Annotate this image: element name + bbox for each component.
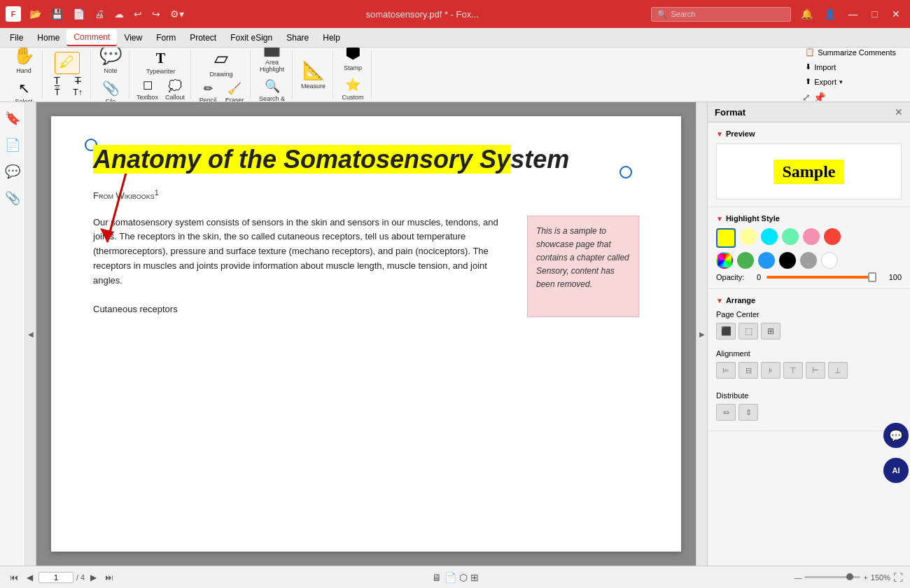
close-button[interactable]: ✕ (888, 7, 904, 21)
text-underline-button[interactable]: T̲ (47, 74, 66, 87)
stamp-tool-button[interactable]: ⬢ Stamp (337, 48, 368, 74)
selection-handle-br[interactable] (620, 166, 632, 178)
highlight-color-pink[interactable] (803, 228, 820, 245)
highlight-color-rainbow[interactable] (716, 252, 733, 269)
arrange-section-header[interactable]: ▼ Arrange (716, 296, 902, 304)
textbox-tool-button[interactable]: ☐ Textbox (134, 78, 161, 102)
format-panel-close-button[interactable]: ✕ (895, 106, 903, 118)
attachment-sidebar-icon[interactable]: 📎 (2, 188, 23, 209)
open-icon[interactable]: 📂 (27, 7, 44, 21)
note-tool-button[interactable]: 💬 Note (95, 48, 126, 77)
align-bottom-icon[interactable]: ⊥ (828, 362, 848, 379)
comment-sidebar-icon[interactable]: 💬 (2, 161, 23, 182)
notification-icon[interactable]: 🔔 (798, 7, 816, 21)
page-sidebar-icon[interactable]: 📄 (2, 134, 23, 155)
fit-page-button[interactable]: ⛶ (893, 572, 903, 583)
typewriter-tool-button[interactable]: T Typewriter (142, 48, 180, 78)
expand-icon[interactable]: ⤢ (802, 92, 811, 102)
view-icon-4[interactable]: ⊞ (470, 572, 479, 583)
distribute-vertical-icon[interactable]: ⇕ (738, 404, 758, 421)
page-first-button[interactable]: ⏮ (7, 571, 21, 584)
highlight-color-white[interactable] (821, 252, 838, 269)
undo-icon[interactable]: ↩ (131, 7, 145, 21)
align-center-icon[interactable]: ⊟ (738, 362, 758, 379)
highlight-color-cyan[interactable] (761, 228, 778, 245)
custom-stamp-button[interactable]: ⭐ CustomStamp (337, 74, 368, 102)
view-icon-1[interactable]: 🖥 (432, 572, 442, 583)
menu-share[interactable]: Share (279, 30, 316, 46)
highlight-color-yellow-active[interactable] (716, 228, 736, 248)
hand-tool-button[interactable]: ✋ Hand (8, 48, 39, 77)
highlight-style-header[interactable]: ▼ Highlight Style (716, 214, 902, 223)
highlight-color-red[interactable] (824, 228, 841, 245)
highlight-color-light-green[interactable] (782, 228, 799, 245)
highlight-color-blue[interactable] (758, 252, 775, 269)
file-tool-button[interactable]: 📎 File (95, 77, 126, 102)
title-search-box[interactable]: 🔍 Search (651, 7, 791, 22)
view-icon-2[interactable]: 📄 (444, 572, 456, 583)
menu-protect[interactable]: Protect (183, 30, 223, 46)
opacity-thumb[interactable] (868, 272, 876, 282)
eraser-tool-button[interactable]: 🧹 Eraser (222, 80, 247, 103)
pencil-tool-button[interactable]: ✏ Pencil (195, 80, 220, 103)
distribute-horizontal-icon[interactable]: ⇔ (716, 404, 736, 421)
chat-bubble-button[interactable]: 💬 (883, 423, 909, 448)
view-icon-3[interactable]: ⬡ (459, 572, 468, 583)
highlight-tool-button[interactable]: 🖊 (55, 52, 80, 74)
export-button[interactable]: ⬆ Export ▾ (802, 76, 899, 88)
zoom-slider[interactable] (804, 576, 860, 578)
area-highlight-button[interactable]: ⬛ AreaHighlight (255, 48, 288, 76)
menu-foxit-esign[interactable]: Foxit eSign (223, 30, 279, 46)
menu-home[interactable]: Home (30, 30, 66, 46)
highlight-color-green[interactable] (737, 252, 754, 269)
save-icon[interactable]: 💾 (48, 7, 66, 21)
center-both-icon[interactable]: ⊞ (761, 323, 780, 340)
menu-view[interactable]: View (117, 30, 149, 46)
print-icon[interactable]: 🖨 (92, 7, 107, 21)
callout-tool-button[interactable]: 💭 Callout (162, 78, 188, 102)
drawing-tool-button[interactable]: ▱ Drawing (206, 48, 237, 80)
text-strikethrough-button[interactable]: T̶ (68, 74, 88, 87)
align-top-icon[interactable]: ⊤ (783, 362, 803, 379)
share-icon[interactable]: ☁ (111, 7, 127, 21)
restore-button[interactable]: □ (868, 7, 882, 21)
collapse-left-button[interactable]: ◀ (25, 102, 36, 566)
zoom-in-button[interactable]: + (863, 573, 867, 582)
save-as-icon[interactable]: 📄 (70, 7, 88, 21)
center-vertical-icon[interactable]: ⬚ (738, 323, 758, 340)
align-right-icon[interactable]: ⊧ (761, 362, 780, 379)
collapse-right-button[interactable]: ▶ (696, 102, 707, 566)
zoom-thumb[interactable] (846, 573, 853, 580)
preview-section-header[interactable]: ▼ Preview (716, 130, 902, 138)
highlight-color-light-yellow[interactable] (740, 228, 757, 245)
menu-form[interactable]: Form (149, 30, 183, 46)
redo-icon[interactable]: ↪ (149, 7, 163, 21)
measure-tool-button[interactable]: 📐 Measure (297, 57, 330, 92)
menu-help[interactable]: Help (316, 30, 347, 46)
opacity-slider[interactable] (766, 276, 876, 279)
import-button[interactable]: ⬇ Import (802, 61, 899, 73)
bookmark-sidebar-icon[interactable]: 🔖 (2, 108, 23, 129)
page-last-button[interactable]: ⏭ (102, 571, 116, 584)
minimize-button[interactable]: — (844, 7, 862, 21)
align-left-icon[interactable]: ⊨ (716, 362, 736, 379)
page-prev-button[interactable]: ◀ (24, 571, 36, 584)
highlight-color-black[interactable] (779, 252, 796, 269)
page-number-input[interactable] (38, 572, 74, 583)
search-highlight-button[interactable]: 🔍 Search &Highlight (255, 76, 289, 103)
summarize-comments-button[interactable]: 📋 Summarize Comments (802, 48, 899, 58)
center-horizontal-icon[interactable]: ⬛ (716, 323, 736, 340)
page-next-button[interactable]: ▶ (88, 571, 99, 584)
highlight-color-gray[interactable] (800, 252, 817, 269)
menu-comment[interactable]: Comment (66, 29, 117, 46)
select-tool-button[interactable]: ↖ Select (8, 77, 39, 102)
ai-bubble-button[interactable]: AI (883, 458, 909, 483)
align-middle-icon[interactable]: ⊢ (806, 362, 825, 379)
text-insert-button[interactable]: T↑ (68, 87, 88, 98)
menu-file[interactable]: File (3, 30, 30, 46)
pin-icon[interactable]: 📌 (813, 92, 825, 102)
text-replace-button[interactable]: T̈ (47, 87, 66, 98)
zoom-out-button[interactable]: — (794, 573, 802, 582)
customize-icon[interactable]: ⚙▾ (167, 7, 187, 21)
account-icon[interactable]: 👤 (821, 7, 839, 21)
